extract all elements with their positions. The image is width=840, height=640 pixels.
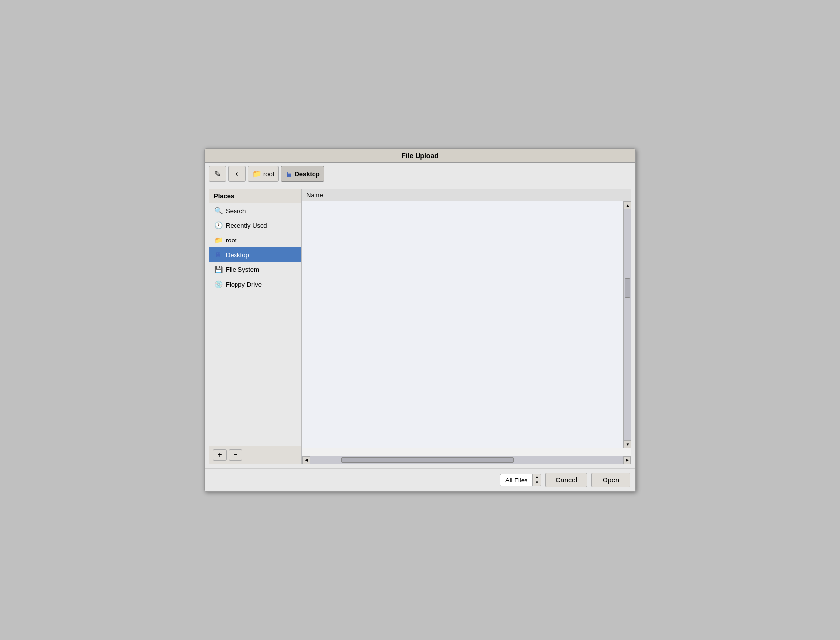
- toolbar: ✎ ‹ 📁 root 🖥 Desktop: [205, 163, 635, 185]
- scroll-up-button[interactable]: ▲: [624, 201, 631, 209]
- sidebar-item-root[interactable]: 📁 root: [209, 233, 301, 247]
- scroll-right-button[interactable]: ▶: [623, 456, 631, 464]
- sidebar-header: Places: [209, 189, 301, 203]
- file-list-area: Name ▲ ▼ ◀: [302, 189, 631, 464]
- dialog-footer: All Files ▲ ▼ Cancel Open: [205, 468, 635, 491]
- sidebar-item-file-system[interactable]: 💾 File System: [209, 262, 301, 277]
- sidebar: Places 🔍 Search 🕐 Recently Used 📁 root 🖥…: [209, 189, 302, 464]
- remove-bookmark-button[interactable]: −: [229, 449, 242, 461]
- back-icon: ‹: [236, 169, 238, 178]
- dialog-body: Places 🔍 Search 🕐 Recently Used 📁 root 🖥…: [205, 185, 635, 468]
- file-list-container: ▲ ▼: [302, 201, 631, 456]
- sidebar-item-recently-used[interactable]: 🕐 Recently Used: [209, 218, 301, 233]
- cancel-button[interactable]: Cancel: [545, 473, 587, 487]
- file-type-up-arrow[interactable]: ▲: [533, 474, 541, 480]
- file-list-body[interactable]: [302, 201, 623, 448]
- scroll-track-v[interactable]: [624, 209, 631, 440]
- add-bookmark-button[interactable]: +: [213, 449, 227, 461]
- file-list-header: Name: [302, 189, 631, 201]
- scroll-down-button[interactable]: ▼: [624, 440, 631, 448]
- root-icon: 📁: [214, 236, 223, 244]
- root-button[interactable]: 📁 root: [248, 166, 279, 182]
- scroll-thumb-v[interactable]: [625, 278, 630, 298]
- edit-icon: ✎: [214, 169, 221, 179]
- desktop-button[interactable]: 🖥 Desktop: [281, 166, 324, 182]
- sidebar-item-floppy-drive[interactable]: 💿 Floppy Drive: [209, 277, 301, 292]
- desktop-sidebar-icon: 🖥: [214, 250, 223, 259]
- vertical-scrollbar[interactable]: ▲ ▼: [623, 201, 631, 448]
- file-type-label: All Files: [500, 475, 533, 486]
- open-button[interactable]: Open: [591, 473, 630, 487]
- floppy-icon: 💿: [214, 280, 223, 289]
- sidebar-item-search[interactable]: 🔍 Search: [209, 203, 301, 218]
- sidebar-empty-space: [209, 292, 301, 446]
- file-system-icon: 💾: [214, 265, 223, 274]
- file-type-down-arrow[interactable]: ▼: [533, 480, 541, 486]
- file-type-arrows[interactable]: ▲ ▼: [532, 474, 541, 485]
- recent-icon: 🕐: [214, 221, 223, 230]
- file-type-selector[interactable]: All Files ▲ ▼: [500, 474, 541, 486]
- edit-button[interactable]: ✎: [209, 166, 226, 182]
- sidebar-actions: + −: [209, 446, 301, 464]
- file-upload-dialog: File Upload ✎ ‹ 📁 root 🖥 Desktop Places …: [204, 148, 636, 492]
- search-icon: 🔍: [214, 206, 223, 215]
- scroll-track-h[interactable]: [310, 456, 623, 464]
- desktop-icon: 🖥: [285, 170, 292, 178]
- horizontal-scrollbar[interactable]: ◀ ▶: [302, 456, 631, 464]
- back-button[interactable]: ‹: [228, 166, 246, 182]
- sidebar-item-desktop[interactable]: 🖥 Desktop: [209, 247, 301, 262]
- footer-right: All Files ▲ ▼ Cancel Open: [500, 473, 630, 487]
- dialog-title: File Upload: [205, 149, 635, 163]
- scroll-left-button[interactable]: ◀: [302, 456, 310, 464]
- root-folder-icon: 📁: [252, 169, 262, 178]
- scroll-thumb-h[interactable]: [341, 457, 514, 463]
